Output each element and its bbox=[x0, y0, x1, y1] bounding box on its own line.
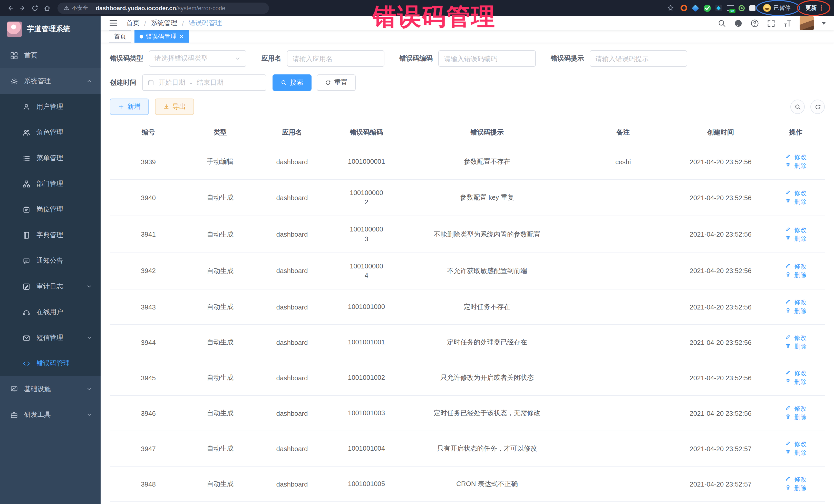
sidebar-item-错误码管理[interactable]: 错误码管理 bbox=[0, 351, 101, 376]
edit-link[interactable]: 修改 bbox=[785, 440, 807, 448]
extension-icon[interactable] bbox=[749, 5, 755, 11]
cell-code: 1001001001 bbox=[331, 325, 402, 360]
browser-update-button[interactable]: 更新 bbox=[800, 3, 827, 13]
sidebar-item-系统管理[interactable]: 系统管理 bbox=[0, 68, 101, 94]
cell-message: 参数配置不存在 bbox=[402, 144, 572, 179]
cell-type: 自动生成 bbox=[187, 289, 254, 325]
edit-link[interactable]: 修改 bbox=[785, 475, 807, 484]
extension-icon[interactable] bbox=[715, 5, 722, 11]
sidebar-item-研发工具[interactable]: 研发工具 bbox=[0, 402, 101, 428]
sidebar-item-短信管理[interactable]: 短信管理 bbox=[0, 325, 101, 351]
edit-link[interactable]: 修改 bbox=[785, 334, 807, 342]
browser-home-icon[interactable] bbox=[42, 3, 52, 13]
cell-id: 3940 bbox=[110, 179, 187, 216]
export-button[interactable]: 导出 bbox=[155, 98, 194, 115]
search-button[interactable]: 搜索 bbox=[272, 74, 311, 91]
browser-menu-icon[interactable] bbox=[820, 5, 822, 11]
sidebar-item-首页[interactable]: 首页 bbox=[0, 43, 101, 68]
cell-date: 2021-04-20 23:52:56 bbox=[674, 144, 767, 179]
sidebar-item-字典管理[interactable]: 字典管理 bbox=[0, 222, 101, 248]
search-icon[interactable] bbox=[718, 19, 726, 27]
tab-错误码管理[interactable]: 错误码管理✕ bbox=[134, 30, 189, 43]
delete-link[interactable]: 删除 bbox=[785, 413, 807, 422]
sidebar: 芋道管理系统 首页系统管理用户管理角色管理菜单管理部门管理岗位管理字典管理通知公… bbox=[0, 16, 101, 504]
sidebar-item-用户管理[interactable]: 用户管理 bbox=[0, 94, 101, 119]
sidebar-item-基础设施[interactable]: 基础设施 bbox=[0, 376, 101, 402]
tools-icon bbox=[10, 411, 18, 419]
tab-首页[interactable]: 首页 bbox=[109, 30, 131, 43]
fullscreen-icon[interactable] bbox=[767, 19, 775, 27]
delete-link[interactable]: 删除 bbox=[785, 307, 807, 316]
delete-link[interactable]: 删除 bbox=[785, 448, 807, 457]
extension-icon[interactable] bbox=[680, 5, 687, 11]
delete-icon bbox=[785, 343, 793, 351]
edit-link[interactable]: 修改 bbox=[785, 262, 807, 271]
cell-actions: 修改删除 bbox=[767, 360, 825, 395]
browser-reload-icon[interactable] bbox=[30, 3, 40, 13]
delete-link[interactable]: 删除 bbox=[785, 234, 807, 243]
app-name-input[interactable] bbox=[287, 50, 385, 67]
edit-link[interactable]: 修改 bbox=[785, 298, 807, 307]
delete-link[interactable]: 删除 bbox=[785, 271, 807, 280]
add-button[interactable]: 新增 bbox=[110, 98, 149, 115]
breadcrumb-current: 错误码管理 bbox=[189, 19, 222, 28]
breadcrumb-home[interactable]: 首页 bbox=[126, 19, 139, 28]
edit-link[interactable]: 修改 bbox=[785, 369, 807, 378]
sidebar-item-菜单管理[interactable]: 菜单管理 bbox=[0, 145, 101, 171]
sidebar-item-在线用户[interactable]: 在线用户 bbox=[0, 299, 101, 325]
error-code-input[interactable] bbox=[438, 50, 536, 67]
delete-icon bbox=[785, 271, 793, 279]
user-avatar[interactable] bbox=[799, 16, 814, 30]
error-type-select[interactable]: 请选择错误码类型 bbox=[149, 50, 246, 67]
app-logo-row[interactable]: 芋道管理系统 bbox=[0, 16, 101, 43]
collapse-sidebar-icon[interactable] bbox=[109, 19, 118, 28]
cell-remark bbox=[572, 179, 674, 216]
font-size-icon[interactable] bbox=[783, 19, 792, 27]
browser-forward-icon[interactable] bbox=[18, 3, 28, 13]
refresh-table-button[interactable] bbox=[810, 100, 825, 114]
sidebar-item-通知公告[interactable]: 通知公告 bbox=[0, 248, 101, 273]
reset-button[interactable]: 重置 bbox=[317, 74, 356, 91]
cell-id: 3939 bbox=[110, 144, 187, 179]
edit-link[interactable]: 修改 bbox=[785, 225, 807, 234]
security-warning[interactable]: 不安全 bbox=[64, 4, 88, 12]
filter-code-label: 错误码编码 bbox=[399, 54, 433, 63]
delete-link[interactable]: 删除 bbox=[785, 162, 807, 170]
extension-icon[interactable] bbox=[703, 4, 710, 12]
delete-link[interactable]: 删除 bbox=[785, 342, 807, 351]
sidebar-item-部门管理[interactable]: 部门管理 bbox=[0, 171, 101, 197]
column-header-编号: 编号 bbox=[110, 121, 187, 144]
edit-link[interactable]: 修改 bbox=[785, 189, 807, 198]
browser-back-icon[interactable] bbox=[5, 3, 15, 13]
extension-icon[interactable] bbox=[692, 4, 699, 12]
delete-icon bbox=[785, 307, 793, 315]
sidebar-item-岗位管理[interactable]: 岗位管理 bbox=[0, 197, 101, 222]
toggle-search-button[interactable] bbox=[790, 100, 805, 114]
chevron-down-icon[interactable] bbox=[822, 22, 826, 24]
chevron-down-icon bbox=[86, 412, 92, 418]
breadcrumb-system[interactable]: 系统管理 bbox=[151, 19, 177, 28]
bookmark-star-icon[interactable] bbox=[665, 3, 676, 13]
sidebar-item-label: 角色管理 bbox=[37, 128, 63, 137]
table-row: 3942自动生成dashboard100100000 4不允许获取敏感配置到前端… bbox=[110, 253, 825, 289]
delete-link[interactable]: 删除 bbox=[785, 378, 807, 387]
edit-link[interactable]: 修改 bbox=[785, 153, 807, 162]
profile-avatar-icon bbox=[763, 4, 771, 12]
error-hint-input[interactable] bbox=[590, 50, 687, 67]
browser-profile-chip[interactable]: 已暂停 bbox=[760, 3, 796, 13]
cell-message: 定时任务的处理器已经存在 bbox=[402, 325, 572, 360]
close-icon[interactable]: ✕ bbox=[179, 34, 184, 39]
gear-icon bbox=[10, 77, 18, 85]
help-icon[interactable] bbox=[750, 19, 759, 27]
github-icon[interactable] bbox=[734, 19, 743, 27]
sidebar-item-审计日志[interactable]: 审计日志 bbox=[0, 273, 101, 299]
delete-link[interactable]: 删除 bbox=[785, 198, 807, 206]
cell-app: dashboard bbox=[254, 325, 331, 360]
extension-icon[interactable] bbox=[738, 5, 744, 11]
delete-link[interactable]: 删除 bbox=[785, 484, 807, 493]
sidebar-item-角色管理[interactable]: 角色管理 bbox=[0, 119, 101, 145]
address-bar[interactable]: 不安全 dashboard.yudao.iocoder.cn/system/er… bbox=[58, 2, 269, 14]
extension-icon[interactable]: on bbox=[726, 5, 734, 11]
date-range-picker[interactable]: 开始日期 - 结束日期 bbox=[142, 74, 266, 91]
edit-link[interactable]: 修改 bbox=[785, 404, 807, 413]
